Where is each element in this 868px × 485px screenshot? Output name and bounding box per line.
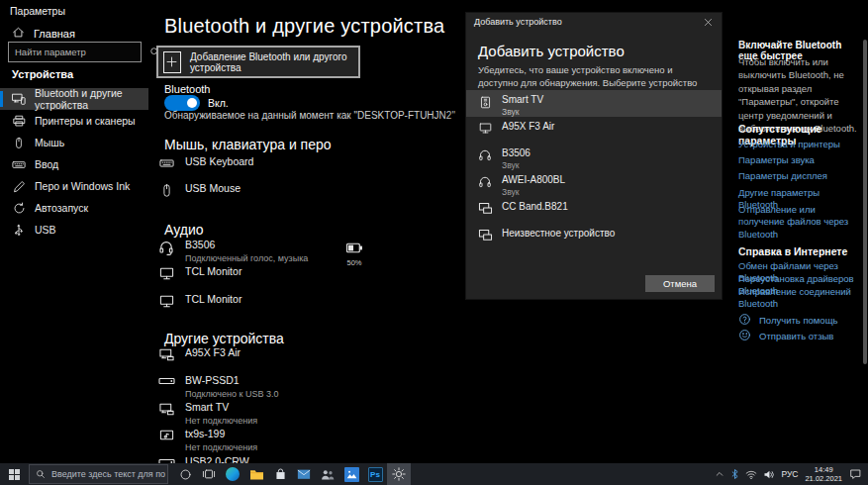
sidebar-item-label: Перо и Windows Ink	[35, 180, 130, 192]
dialog-device-row[interactable]: B3506 Звук	[466, 144, 722, 170]
sidebar-item-pen-ink[interactable]: Перо и Windows Ink	[0, 175, 148, 197]
get-help-link[interactable]: Получить помощь	[738, 313, 837, 328]
taskbar-search-box[interactable]	[29, 464, 168, 484]
unknown-device-icon	[477, 229, 493, 242]
close-icon[interactable]	[694, 13, 722, 31]
taskbar: Ps РУС 14:49 21.02.2021	[0, 463, 868, 485]
device-row[interactable]: BW-PSSD1 Подключено к USB 3.0	[156, 374, 453, 399]
taskbar-search-input[interactable]	[49, 468, 167, 480]
chevron-up-icon[interactable]	[712, 463, 727, 485]
link-display-settings[interactable]: Параметры дисплея	[738, 170, 861, 182]
store-icon[interactable]	[268, 463, 292, 485]
device-row[interactable]: A95X F3 Air	[156, 346, 453, 362]
volume-icon[interactable]	[760, 463, 778, 485]
dialog-heading: Добавить устройство	[478, 43, 625, 59]
dialog-device-row[interactable]: Неизвестное устройство	[466, 224, 722, 250]
dialog-device-row[interactable]: A95X F3 Air	[466, 117, 722, 144]
bluetooth-toggle[interactable]	[164, 95, 200, 111]
bluetooth-devices-icon	[12, 92, 26, 106]
add-device-button[interactable]: Добавление Bluetooth или другого устройс…	[156, 46, 360, 78]
cancel-button[interactable]: Отмена	[645, 275, 715, 292]
link-devices-printers[interactable]: Устройства и принтеры	[738, 139, 861, 150]
device-name: Smart TV	[185, 401, 257, 413]
pen-icon	[12, 180, 26, 193]
device-row[interactable]: tx9s-199 Нет подключения	[156, 428, 453, 452]
settings-search-input[interactable]	[9, 47, 149, 57]
taskbar-app-icons: Ps	[173, 463, 411, 485]
language-indicator[interactable]: РУС	[778, 463, 801, 485]
device-row[interactable]: TCL Monitor	[156, 293, 453, 309]
sidebar-item-mouse[interactable]: Мышь	[0, 132, 148, 153]
online-help-heading: Справка в Интернете	[738, 245, 847, 257]
people-icon[interactable]	[316, 463, 339, 485]
sidebar-item-usb[interactable]: USB	[0, 219, 148, 241]
dialog-device-row[interactable]: Smart TV Звук	[466, 90, 722, 117]
device-row[interactable]: TCL Monitor	[156, 265, 453, 281]
device-name: USB Mouse	[185, 182, 241, 194]
plus-icon	[163, 51, 181, 73]
battery-indicator: 50%	[341, 240, 367, 267]
device-row[interactable]: B3506 Подключенный голос, музыка	[156, 239, 453, 263]
edge-icon[interactable]	[221, 463, 244, 485]
media-box-icon	[156, 429, 176, 443]
settings-search-box[interactable]	[8, 42, 142, 62]
device-status: Подключено к USB 3.0	[185, 389, 279, 399]
start-button[interactable]	[0, 463, 29, 485]
sidebar-item-typing[interactable]: Ввод	[0, 153, 148, 175]
sidebar-item-bluetooth-devices[interactable]: Bluetooth и другие устройства	[0, 88, 148, 110]
sidebar-item-home[interactable]: Главная	[12, 26, 75, 41]
sidebar-item-label: USB	[35, 224, 56, 236]
sidebar-item-label: Ввод	[35, 158, 58, 170]
printer-icon	[12, 115, 26, 128]
smart-tv-icon	[477, 95, 493, 110]
device-name: TCL Monitor	[185, 293, 241, 305]
device-type: Звук	[502, 187, 565, 197]
system-tray: РУС 14:49 21.02.2021	[712, 463, 868, 485]
page-title: Bluetooth и другие устройства	[164, 15, 444, 38]
link-sound-settings[interactable]: Параметры звука	[738, 154, 861, 166]
device-name: Неизвестное устройство	[502, 228, 615, 239]
action-center-icon[interactable]	[846, 463, 865, 485]
keyboard-icon	[156, 156, 176, 170]
link-send-receive-files[interactable]: Отправление или получение файлов через B…	[738, 204, 861, 241]
add-device-button-label: Добавление Bluetooth или другого устройс…	[190, 51, 358, 73]
device-name: Smart TV	[502, 94, 543, 105]
scrollbar[interactable]	[863, 40, 867, 364]
dialog-device-row[interactable]: AWEI-A800BL Звук	[466, 170, 722, 197]
device-row[interactable]: USB Mouse	[156, 182, 453, 198]
photos-icon[interactable]	[339, 463, 363, 485]
mail-icon[interactable]	[292, 463, 316, 485]
device-name: A95X F3 Air	[502, 121, 554, 132]
clock[interactable]: 14:49 21.02.2021	[801, 465, 846, 484]
device-name: BW-PSSD1	[185, 374, 279, 386]
photoshop-icon[interactable]: Ps	[363, 463, 387, 485]
add-device-dialog: Добавить устройство Добавить устройство …	[465, 12, 723, 300]
device-row[interactable]: USB Keyboard	[156, 155, 453, 170]
link-fix-bluetooth-connections[interactable]: Исправление соединений Bluetooth	[738, 286, 861, 311]
dialog-device-row[interactable]: CC Band.B821	[466, 197, 722, 224]
cortana-button[interactable]	[173, 463, 197, 485]
sidebar-section-label: Устройства	[12, 68, 73, 80]
section-heading: Другие устройства	[164, 331, 284, 346]
settings-taskbar-button[interactable]	[387, 463, 411, 485]
send-feedback-link[interactable]: Отправить отзыв	[738, 329, 833, 343]
device-row[interactable]: Smart TV Нет подключения	[156, 401, 453, 426]
sidebar-item-autoplay[interactable]: Автозапуск	[0, 197, 148, 219]
headphones-icon	[477, 148, 493, 162]
section-heading: Мышь, клавиатура и перо	[164, 137, 332, 152]
device-status: Нет подключения	[185, 416, 257, 426]
device-name: AWEI-A800BL	[502, 174, 565, 185]
usb-icon	[12, 224, 26, 237]
bluetooth-tray-icon[interactable]	[727, 463, 742, 485]
file-explorer-icon[interactable]	[244, 463, 268, 485]
network-icon[interactable]	[742, 463, 760, 485]
task-view-button[interactable]	[197, 463, 221, 485]
sidebar-item-label: Принтеры и сканеры	[35, 115, 136, 127]
device-name: USB Keyboard	[185, 155, 253, 167]
device-name: A95X F3 Air	[185, 346, 241, 358]
sidebar: Главная Устройства Bluetooth и другие ус…	[0, 0, 148, 463]
feedback-label: Отправить отзыв	[759, 331, 833, 341]
sidebar-item-printers-scanners[interactable]: Принтеры и сканеры	[0, 110, 148, 132]
dialog-title: Добавить устройство	[466, 17, 562, 27]
mouse-icon	[12, 137, 26, 149]
